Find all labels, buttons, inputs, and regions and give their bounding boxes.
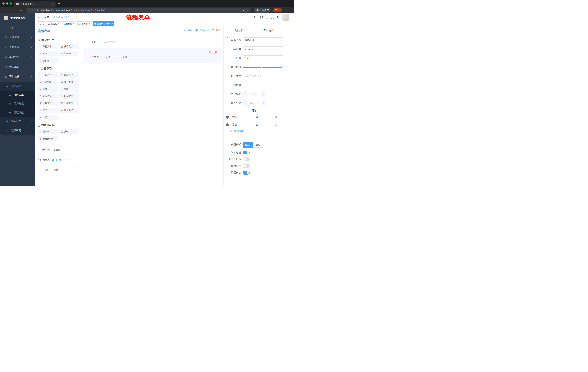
drag-handle-icon[interactable] xyxy=(226,123,229,126)
sidebar-item-payment[interactable]: ¥ 支付管理 xyxy=(0,42,35,52)
delete-component-button[interactable] xyxy=(214,50,218,54)
home-button[interactable]: ⌂ xyxy=(18,9,24,12)
browser-tab[interactable]: 芋道管理系统 × xyxy=(14,1,56,7)
chip-slider[interactable]: ⊸滑块 xyxy=(59,86,79,92)
font-size-icon[interactable]: TT xyxy=(277,16,279,19)
option-label-input[interactable] xyxy=(230,115,252,120)
chip-date-picker[interactable]: ▦日期选择 xyxy=(38,100,58,106)
sidebar-item-infrastructure[interactable]: ▣ 基础设施 xyxy=(0,52,35,62)
radio-on[interactable] xyxy=(52,159,54,161)
min-select-input[interactable] xyxy=(248,91,261,97)
sidebar-item-system[interactable]: ⚙ 系统管理 xyxy=(0,32,35,42)
sidebar-item-home[interactable]: ⌂ 首页 xyxy=(0,22,35,32)
increase-button[interactable]: + xyxy=(261,100,266,106)
view-json-button[interactable]: 查看json xyxy=(195,29,209,32)
checkbox-box[interactable] xyxy=(101,56,104,58)
chip-row-container[interactable]: ⊞行容器 xyxy=(38,129,58,134)
sidebar-item-user-groups[interactable]: ☺ 用户分组 xyxy=(0,99,35,108)
user-avatar[interactable] xyxy=(282,14,289,21)
chip-checkbox-group[interactable]: ☑多选框组 xyxy=(59,79,79,85)
tag-process-form[interactable]: 流程表单 × xyxy=(77,21,92,26)
chip-counter[interactable]: 123计数器 xyxy=(59,51,79,56)
breadcrumb-home[interactable]: 首页 xyxy=(44,15,49,19)
window-zoom-button[interactable] xyxy=(10,2,12,5)
radio-off-label[interactable]: 关闭 xyxy=(69,157,74,162)
tab-form-props[interactable]: 表单属性 xyxy=(253,27,283,34)
sidebar-item-process-form[interactable]: ▤ 流程表单 xyxy=(0,91,35,99)
checkbox-option-1[interactable]: 选项一 xyxy=(101,55,113,59)
chip-upload[interactable]: ☁上传 xyxy=(38,115,58,120)
tag-process-form-edit[interactable]: 流程表单-编辑 × xyxy=(93,21,115,26)
option-value-input[interactable] xyxy=(254,115,273,120)
drawing-board[interactable]: *手机号 * xyxy=(81,33,223,186)
browser-update-button[interactable]: 更新 xyxy=(273,8,282,12)
address-bar[interactable]: ⚠ 不安全 dashboard.yudao.iocoder.cn /bpm/ma… xyxy=(26,8,251,13)
sidebar-item-task-management[interactable]: ⚑ 任务管理 xyxy=(0,117,35,126)
slider-handle[interactable] xyxy=(282,66,284,68)
option-value-input[interactable] xyxy=(254,122,273,128)
drag-handle-icon[interactable] xyxy=(226,116,229,119)
github-icon[interactable] xyxy=(260,16,263,19)
label-width-input[interactable] xyxy=(242,73,283,79)
checkbox-option-2[interactable]: 选项二 xyxy=(118,55,130,59)
chip-password[interactable]: ⊛密码 xyxy=(38,51,58,56)
chip-switch[interactable]: ◐开关 xyxy=(38,86,58,92)
phone-input[interactable] xyxy=(101,39,219,45)
sidebar-item-process-model[interactable]: ► 流程模型 xyxy=(0,108,35,117)
form-name-input[interactable] xyxy=(52,147,79,152)
sidebar-item-devtools[interactable]: ⚒ 研发工具 xyxy=(0,62,35,72)
chip-radio-group[interactable]: ◉单选框组 xyxy=(38,79,58,85)
save-button[interactable]: ✓ 保存 xyxy=(184,29,192,32)
chip-time-range[interactable]: ◶时间范围 xyxy=(59,93,79,99)
chip-button[interactable]: ◫按钮 xyxy=(59,129,79,134)
search-icon[interactable] xyxy=(254,16,257,19)
increase-button[interactable]: + xyxy=(261,91,266,97)
tab-close-icon[interactable]: × xyxy=(52,2,54,5)
close-icon[interactable]: × xyxy=(58,23,59,25)
chip-color-picker[interactable]: ◩颜色选择 xyxy=(59,107,79,113)
remove-option-icon[interactable]: ⊖ xyxy=(275,116,277,119)
chip-cascader[interactable]: ≫级联选择 xyxy=(59,72,79,77)
chip-time-picker[interactable]: ◷时间选择 xyxy=(38,93,58,99)
password-key-icon[interactable] xyxy=(242,9,246,11)
grid-slider[interactable] xyxy=(242,64,283,70)
chip-single-line-text[interactable]: ▭单行文本 xyxy=(38,44,58,49)
radio-off[interactable] xyxy=(65,159,68,161)
title-input[interactable] xyxy=(242,55,283,61)
field-name-input[interactable] xyxy=(242,46,283,52)
style-default-button[interactable]: 默认 xyxy=(242,142,253,148)
tag-process-definition[interactable]: 流程定义 × xyxy=(47,21,61,26)
sidebar-item-leave-query[interactable]: ♟ 请假查询 xyxy=(0,126,35,135)
tag-home[interactable]: 首页 xyxy=(38,21,45,26)
disabled-switch[interactable] xyxy=(242,164,250,168)
chip-date-range[interactable]: ▥日期范围 xyxy=(59,100,79,106)
reload-button[interactable]: ↻ xyxy=(13,9,18,12)
remove-option-icon[interactable]: ⊖ xyxy=(275,123,277,126)
chip-textarea[interactable]: ▤多行文本 xyxy=(59,44,79,49)
form-remark-textarea[interactable]: 嘿嘿 xyxy=(52,167,79,177)
tag-process-model[interactable]: 流程模型 × xyxy=(62,21,76,26)
sidebar-item-workflow[interactable]: ⊞ 工作流程 xyxy=(0,72,35,82)
chip-rate[interactable]: ☆评分 xyxy=(38,107,58,113)
window-minimize-button[interactable] xyxy=(6,2,8,5)
clear-button[interactable]: 清空 xyxy=(212,29,220,32)
tab-component-props[interactable]: 组件属性 xyxy=(224,27,253,34)
browser-menu-button[interactable]: ⋮ xyxy=(284,9,287,12)
sidebar-collapse-icon[interactable] xyxy=(38,16,41,18)
option-label-input[interactable] xyxy=(230,122,252,128)
chip-table[interactable]: ▩表格[开发中] xyxy=(38,136,58,141)
show-label-switch[interactable] xyxy=(242,151,250,154)
required-switch[interactable] xyxy=(242,171,250,175)
help-icon[interactable]: ? xyxy=(266,16,268,19)
decrease-button[interactable]: − xyxy=(243,100,248,106)
default-value-input[interactable] xyxy=(242,82,283,88)
sidebar-item-process-management[interactable]: ≡ 流程管理 xyxy=(0,82,35,91)
style-button-button[interactable]: 按钮 xyxy=(253,142,263,148)
chip-editor[interactable]: ✎编辑器 xyxy=(38,58,58,63)
close-icon[interactable]: × xyxy=(73,23,75,25)
forward-button[interactable]: → xyxy=(7,9,13,12)
chip-select[interactable]: ◒下拉选择 xyxy=(38,72,58,77)
close-icon[interactable]: × xyxy=(89,23,90,25)
bookmark-star-icon[interactable]: ☆ xyxy=(247,9,249,12)
drawing-item-phone[interactable]: *手机号 xyxy=(83,37,221,46)
